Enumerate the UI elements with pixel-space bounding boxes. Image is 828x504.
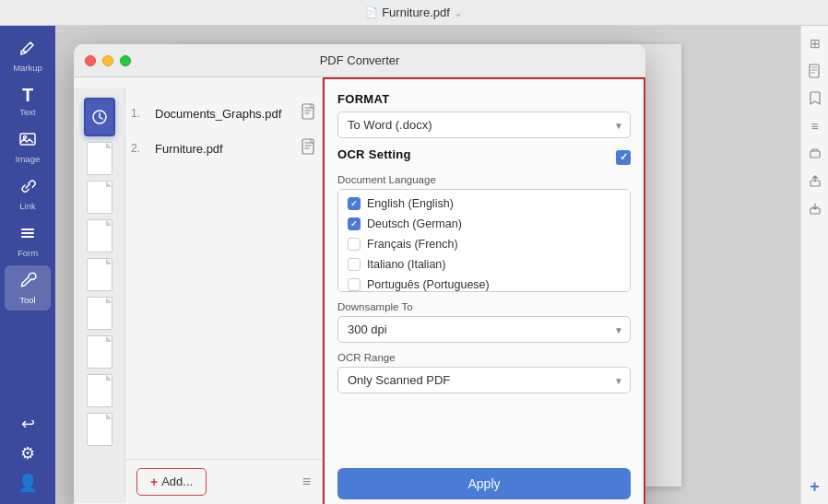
downsample-section: Downsample To 300 dpi 72 dpi 150 dpi 600… bbox=[337, 301, 631, 343]
svg-rect-3 bbox=[21, 232, 34, 234]
thumb-page-1[interactable] bbox=[87, 142, 112, 175]
markup-icon bbox=[18, 39, 37, 60]
lang-check-french[interactable] bbox=[348, 238, 361, 251]
title-bar-title: 📄 Furniture.pdf ⌄ bbox=[365, 6, 463, 19]
sidebar-item-form[interactable]: Form bbox=[5, 218, 51, 264]
text-icon: T bbox=[22, 86, 33, 104]
right-icon-import[interactable] bbox=[805, 199, 825, 219]
sidebar-item-text[interactable]: T Text bbox=[5, 80, 51, 123]
dialog-titlebar: PDF Converter bbox=[74, 44, 645, 77]
title-bar-icon: 📄 bbox=[365, 6, 378, 18]
thumb-page-5[interactable] bbox=[87, 297, 112, 330]
sidebar-tool-label: Tool bbox=[19, 295, 35, 305]
file-doc-icon-2 bbox=[302, 138, 316, 158]
thumb-page-3[interactable] bbox=[87, 219, 112, 252]
list-view-icon[interactable]: ≡ bbox=[302, 474, 311, 490]
tool-icon bbox=[18, 271, 37, 292]
lang-label-german: Deutsch (German) bbox=[367, 217, 462, 230]
minimize-button[interactable] bbox=[102, 55, 113, 66]
lang-check-portuguese[interactable] bbox=[348, 278, 361, 291]
image-icon bbox=[18, 130, 37, 151]
ocr-label: OCR Setting bbox=[337, 147, 411, 161]
sidebar-image-label: Image bbox=[16, 154, 40, 164]
lang-item-italian[interactable]: Italiano (Italian) bbox=[338, 254, 630, 275]
sidebar-form-label: Form bbox=[18, 248, 38, 258]
add-button-label: Add... bbox=[161, 475, 193, 488]
thumb-page-2[interactable] bbox=[87, 181, 112, 214]
footer-actions: + Add... ≡ bbox=[136, 468, 311, 496]
thumb-page-8[interactable] bbox=[87, 413, 112, 446]
lang-check-english[interactable] bbox=[348, 197, 361, 210]
sidebar-item-link[interactable]: Link bbox=[5, 171, 51, 217]
sidebar-link-label: Link bbox=[19, 201, 35, 211]
form-icon bbox=[18, 224, 37, 245]
downsample-select-wrapper: 300 dpi 72 dpi 150 dpi 600 dpi ▼ bbox=[337, 316, 631, 343]
downsample-label: Downsample To bbox=[337, 301, 631, 312]
title-bar-filename: Furniture.pdf bbox=[382, 6, 450, 19]
lang-label-italian: Italiano (Italian) bbox=[367, 258, 445, 271]
undo-icon: ↩ bbox=[21, 416, 35, 432]
downsample-select[interactable]: 300 dpi 72 dpi 150 dpi 600 dpi bbox=[337, 316, 631, 343]
add-button[interactable]: + Add... bbox=[136, 468, 207, 496]
ocr-range-label: OCR Range bbox=[337, 352, 631, 363]
settings-panel: FORMAT To Word (.docx) To Excel (.xlsx) … bbox=[323, 77, 645, 504]
zoom-button[interactable] bbox=[120, 55, 131, 66]
sidebar-item-undo[interactable]: ↩ bbox=[5, 410, 51, 438]
lang-item-english[interactable]: English (English) bbox=[338, 193, 630, 214]
close-button[interactable] bbox=[85, 55, 96, 66]
settings-icon: ⚙ bbox=[20, 445, 35, 462]
file-num-2: 2. bbox=[131, 142, 148, 155]
language-list[interactable]: English (English) Deutsch (German) Franç… bbox=[337, 189, 631, 292]
lang-item-german[interactable]: Deutsch (German) bbox=[338, 214, 630, 234]
thumb-page-4[interactable] bbox=[87, 258, 112, 291]
sidebar-markup-label: Markup bbox=[13, 63, 42, 73]
link-icon bbox=[18, 177, 37, 198]
lang-item-french[interactable]: Français (French) bbox=[338, 234, 630, 254]
sidebar-item-image[interactable]: Image bbox=[5, 124, 51, 170]
active-thumbnail[interactable] bbox=[84, 98, 115, 136]
dialog-footer: + Add... ≡ bbox=[125, 459, 322, 503]
right-icon-add[interactable]: + bbox=[805, 476, 825, 497]
thumb-page-7[interactable] bbox=[87, 374, 112, 407]
svg-rect-6 bbox=[302, 104, 313, 119]
lang-label-portuguese: Português (Portuguese) bbox=[367, 278, 490, 291]
file-list-panel: 1. Documents_Graphs.pdf bbox=[74, 77, 323, 504]
right-icon-bookmark[interactable] bbox=[805, 88, 825, 109]
svg-rect-4 bbox=[21, 236, 34, 238]
dialog-title: PDF Converter bbox=[320, 53, 400, 67]
right-sidebar: ⊞ ≡ + bbox=[800, 26, 828, 504]
left-panel-content: 1. Documents_Graphs.pdf bbox=[74, 88, 322, 503]
ocr-range-section: OCR Range Only Scanned PDF All Pages Cus… bbox=[337, 352, 631, 393]
file-entry-1[interactable]: 1. Documents_Graphs.pdf bbox=[125, 96, 322, 131]
right-icon-menu[interactable]: ≡ bbox=[805, 116, 825, 136]
right-icon-page[interactable] bbox=[805, 61, 825, 81]
sidebar-item-markup[interactable]: Markup bbox=[5, 33, 51, 78]
right-icon-layers[interactable] bbox=[805, 144, 825, 164]
lang-item-portuguese[interactable]: Português (Portuguese) bbox=[338, 275, 630, 292]
left-sidebar: Markup T Text Image Link bbox=[0, 26, 55, 504]
sidebar-item-user[interactable]: 👤 bbox=[5, 469, 51, 497]
right-icon-export[interactable] bbox=[805, 171, 825, 192]
apply-button[interactable]: Apply bbox=[337, 468, 631, 499]
file-entry-2[interactable]: 2. Furniture.pdf bbox=[125, 131, 322, 166]
add-plus-icon: + bbox=[150, 475, 158, 489]
ocr-enabled-checkbox[interactable] bbox=[616, 150, 631, 165]
svg-rect-2 bbox=[21, 229, 34, 230]
sidebar-text-label: Text bbox=[19, 107, 35, 117]
lang-check-german[interactable] bbox=[348, 217, 361, 230]
files-column: 1. Documents_Graphs.pdf bbox=[125, 88, 322, 503]
svg-rect-7 bbox=[302, 139, 313, 154]
format-select-wrapper: To Word (.docx) To Excel (.xlsx) To Powe… bbox=[337, 111, 631, 138]
ocr-section: OCR Setting Document Language English (E… bbox=[337, 147, 631, 292]
ocr-range-select-wrapper: Only Scanned PDF All Pages Custom Range … bbox=[337, 367, 631, 393]
lang-check-italian[interactable] bbox=[348, 258, 361, 271]
ocr-header: OCR Setting bbox=[337, 147, 631, 167]
ocr-range-select[interactable]: Only Scanned PDF All Pages Custom Range bbox=[337, 367, 631, 393]
thumb-page-6[interactable] bbox=[87, 335, 112, 369]
right-icon-grid[interactable]: ⊞ bbox=[805, 33, 825, 53]
sidebar-item-settings[interactable]: ⚙ bbox=[5, 440, 51, 467]
format-section: FORMAT To Word (.docx) To Excel (.xlsx) … bbox=[337, 92, 631, 138]
format-select[interactable]: To Word (.docx) To Excel (.xlsx) To Powe… bbox=[337, 111, 631, 138]
sidebar-item-tool[interactable]: Tool bbox=[5, 265, 51, 311]
user-icon: 👤 bbox=[18, 475, 38, 491]
